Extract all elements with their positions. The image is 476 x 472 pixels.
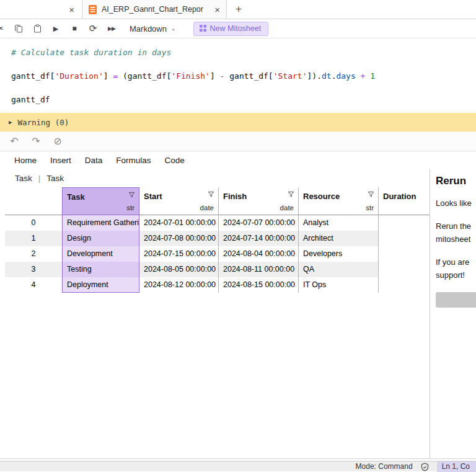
notebook-toolbar: ✂ ▶ ■ ⟳ ▶▶ Markdown ⌄ New Mitosheet: [0, 19, 476, 38]
sheet-tab-name[interactable]: Task: [15, 174, 32, 183]
sheet-tab-name-2[interactable]: Task: [46, 174, 64, 183]
column-dtype: date: [200, 204, 214, 212]
close-icon[interactable]: ×: [214, 5, 220, 14]
notebook-tab[interactable]: AI_ERP_Gannt_Chart_Repor ×: [82, 0, 227, 19]
row-index[interactable]: 3: [5, 262, 62, 277]
menu-home[interactable]: Home: [7, 156, 43, 165]
cell-finish[interactable]: 2024-08-04 00:00:00: [218, 246, 298, 262]
copy-icon[interactable]: [9, 24, 28, 33]
cell-finish[interactable]: 2024-08-15 00:00:00: [218, 277, 298, 293]
cell-start[interactable]: 2024-08-12 00:00:00: [139, 277, 218, 293]
menu-formulas[interactable]: Formulas: [109, 156, 157, 165]
taskpane-text: mitosheet: [436, 233, 476, 246]
paste-icon[interactable]: [28, 24, 46, 33]
column-header-resource[interactable]: Resource str: [298, 187, 378, 215]
previous-tab[interactable]: ×: [0, 0, 82, 19]
tab-title: AI_ERP_Gannt_Chart_Repor: [102, 5, 209, 14]
column-header-finish[interactable]: Finish date: [218, 187, 298, 215]
cell-start[interactable]: 2024-07-08 00:00:00: [139, 231, 218, 246]
cut-icon[interactable]: ✂: [0, 23, 9, 34]
cell-start[interactable]: 2024-07-15 00:00:00: [139, 246, 218, 262]
cell-finish[interactable]: 2024-07-07 00:00:00: [218, 215, 298, 231]
index-header: [5, 187, 62, 215]
column-header-duration[interactable]: Duration: [378, 187, 430, 215]
cell-resource[interactable]: Architect: [298, 231, 378, 246]
cell-finish[interactable]: 2024-07-14 00:00:00: [218, 231, 298, 246]
cell-duration[interactable]: [378, 277, 430, 293]
rerun-button[interactable]: [436, 292, 476, 308]
filter-icon[interactable]: [128, 192, 135, 198]
taskpane-text: Looks like: [436, 197, 476, 210]
mito-body: Task | Task Task str Start date Fi: [0, 169, 476, 459]
menu-code[interactable]: Code: [158, 156, 192, 165]
column-dtype: date: [280, 204, 294, 212]
cell-start[interactable]: 2024-08-05 00:00:00: [139, 262, 218, 277]
rerun-taskpane: Rerun Looks like Rerun the mitosheet If …: [430, 169, 476, 458]
table-row: 0 Requirement Gathering 2024-07-01 00:00…: [5, 215, 430, 231]
cell-duration[interactable]: [378, 262, 430, 277]
mito-toolbar: ↶ ↷ ⊘: [0, 131, 476, 151]
filter-icon[interactable]: [368, 191, 374, 198]
cell-finish[interactable]: 2024-08-11 00:00:00: [218, 262, 298, 277]
cell-duration[interactable]: [378, 215, 430, 231]
cell-task[interactable]: Design: [62, 231, 139, 246]
filter-icon[interactable]: [288, 191, 294, 198]
table-row: 1 Design 2024-07-08 00:00:00 2024-07-14 …: [5, 231, 430, 246]
row-index[interactable]: 2: [5, 246, 62, 262]
new-tab-button[interactable]: +: [227, 0, 250, 19]
cell-duration[interactable]: [378, 246, 430, 262]
new-mitosheet-button[interactable]: New Mitosheet: [193, 22, 269, 36]
cell-task[interactable]: Deployment: [62, 277, 139, 293]
warning-toggle[interactable]: ▶ Warning (0): [0, 113, 476, 131]
column-header-task[interactable]: Task str: [62, 187, 139, 215]
column-title: Task: [67, 192, 85, 202]
code-line: gantt_df['Duration'] = (gantt_df['Finish…: [11, 70, 476, 82]
column-title: Start: [144, 192, 162, 201]
cell-resource[interactable]: QA: [298, 262, 378, 277]
column-dtype: str: [126, 204, 134, 212]
cell-duration[interactable]: [378, 231, 430, 246]
code-cell[interactable]: # Calculate task duration in days gantt_…: [0, 38, 476, 113]
menu-data[interactable]: Data: [78, 156, 110, 165]
column-header-start[interactable]: Start date: [139, 187, 218, 215]
table-rows: 0 Requirement Gathering 2024-07-01 00:00…: [5, 215, 430, 293]
redo-icon[interactable]: ↷: [30, 135, 42, 147]
sheet-tab-separator: |: [38, 174, 41, 183]
cell-task[interactable]: Requirement Gathering: [62, 215, 139, 231]
cell-task[interactable]: Development: [62, 246, 139, 262]
row-index[interactable]: 4: [5, 277, 62, 293]
expand-arrow-icon: ▶: [9, 119, 12, 125]
restart-kernel-icon[interactable]: ⟳: [84, 23, 102, 34]
new-mitosheet-label: New Mitosheet: [210, 24, 262, 33]
shield-check-icon: [421, 463, 429, 471]
cell-type-dropdown[interactable]: Markdown ⌄: [130, 24, 176, 33]
clear-icon[interactable]: ⊘: [51, 135, 64, 147]
undo-icon[interactable]: ↶: [8, 135, 20, 147]
cell-resource[interactable]: Analyst: [298, 215, 378, 231]
sheet-tab[interactable]: Task | Task: [0, 169, 430, 187]
menu-insert[interactable]: Insert: [43, 156, 78, 165]
filter-icon[interactable]: [208, 191, 214, 198]
cell-start[interactable]: 2024-07-01 00:00:00: [139, 215, 218, 231]
taskpane-text: support!: [436, 269, 476, 282]
row-index[interactable]: 0: [5, 215, 62, 231]
column-title: Duration: [383, 192, 416, 201]
run-cell-icon[interactable]: ▶: [46, 25, 65, 33]
run-all-icon[interactable]: ▶▶: [102, 25, 121, 32]
close-icon[interactable]: ×: [69, 5, 74, 14]
header-row: Task str Start date Finish date Resource: [5, 187, 430, 215]
cell-task[interactable]: Testing: [62, 262, 139, 277]
notebook-icon: [89, 5, 97, 14]
tab-bar: × AI_ERP_Gannt_Chart_Repor × +: [0, 0, 476, 19]
cell-resource[interactable]: IT Ops: [298, 277, 378, 293]
column-title: Finish: [223, 192, 247, 201]
mode-indicator: Mode: Command: [356, 462, 413, 471]
mitosheet-icon: [200, 25, 206, 32]
cursor-position[interactable]: Ln 1, Co: [437, 461, 476, 472]
cell-resource[interactable]: Developers: [298, 246, 378, 262]
chevron-down-icon: ⌄: [171, 25, 176, 32]
cell-type-value: Markdown: [130, 24, 167, 33]
column-dtype: str: [366, 204, 374, 212]
row-index[interactable]: 1: [5, 231, 62, 246]
stop-kernel-icon[interactable]: ■: [65, 24, 84, 33]
